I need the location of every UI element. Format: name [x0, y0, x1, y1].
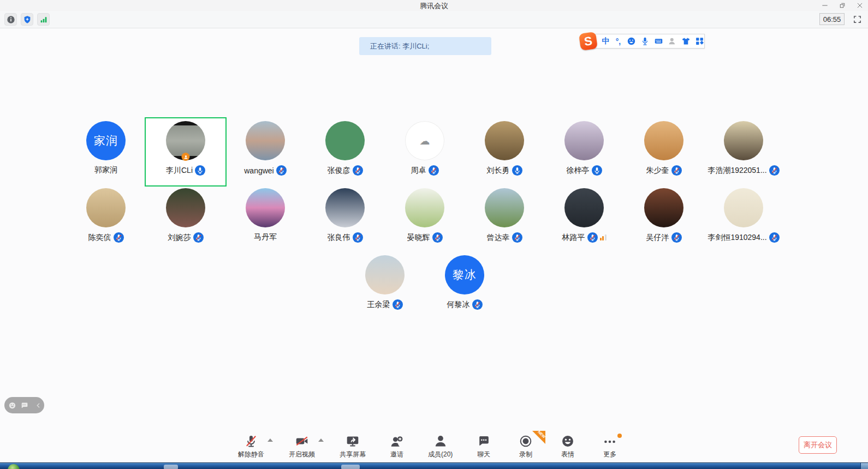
toolbar-button-label: 录制 [519, 450, 532, 459]
show-desktop-button[interactable] [860, 463, 868, 469]
notification-dot [617, 434, 622, 438]
mic-status-icon [512, 165, 522, 176]
toolbar-button-share[interactable]: 共享屏幕 [337, 432, 368, 459]
ime-emoji-icon[interactable] [627, 36, 636, 47]
participant-name: 张良伟 [328, 233, 350, 243]
quick-chat-icon[interactable] [20, 401, 28, 410]
participant-avatar [86, 188, 126, 227]
toolbar-button-label: 聊天 [477, 450, 490, 459]
taskbar-item[interactable] [164, 465, 178, 469]
mic-status-icon [114, 232, 124, 243]
mic-status-icon [769, 165, 780, 176]
participant-avatar [644, 188, 683, 227]
screen-share-icon [346, 434, 360, 449]
participant-tile-徐梓亭[interactable]: 徐梓亭 [544, 118, 624, 185]
more-icon [603, 434, 617, 449]
participant-tile-曾达幸[interactable]: 曾达幸 [465, 185, 544, 252]
participant-tile-何黎冰[interactable]: 黎冰 何黎冰 [425, 252, 504, 320]
participant-tile-李剑恒1910294...[interactable]: 李剑恒1910294... [704, 185, 783, 252]
participant-avatar: 黎冰 [445, 255, 484, 294]
speaking-banner: 正在讲话: 李川CLi; [359, 37, 491, 55]
close-button[interactable] [855, 1, 865, 10]
participant-avatar [325, 121, 365, 160]
collapse-chevron-icon[interactable] [34, 401, 43, 410]
meeting-info-icon[interactable] [4, 13, 17, 26]
meeting-timer: 06:55 [819, 13, 845, 25]
participant-name: 朱少奎 [646, 166, 669, 176]
meeting-toolbar: 解除静音 开启视频 共享屏幕 邀请 成员(20) [236, 432, 623, 459]
maximize-button[interactable] [837, 1, 847, 10]
participant-name: 徐梓亭 [567, 166, 590, 176]
participant-tile-刘长勇[interactable]: 刘长勇 [465, 118, 544, 185]
mic-status-icon [276, 165, 287, 176]
mic-status-icon [195, 165, 205, 176]
network-signal-icon [600, 234, 607, 240]
security-shield-icon[interactable] [21, 13, 33, 26]
mic-status-icon [472, 299, 483, 310]
camera-muted-icon [295, 434, 309, 449]
caret-up-icon[interactable] [318, 438, 324, 442]
toolbar-button-unmute[interactable]: 解除静音 [236, 432, 266, 459]
invite-icon [390, 434, 404, 449]
participant-name: 曾达幸 [487, 233, 510, 243]
participant-tile-周卓[interactable]: ☁ 周卓 [385, 118, 465, 185]
ime-voice-input-icon[interactable] [640, 36, 650, 47]
toolbar-button-record[interactable]: 录制 NEW [513, 432, 539, 459]
ime-account-icon[interactable] [668, 36, 677, 47]
participant-tile-马丹军[interactable]: 马丹军 [225, 185, 305, 252]
participant-avatar [246, 188, 285, 227]
toolbar-button-video[interactable]: 开启视频 [287, 432, 317, 459]
toolbar-button-invite[interactable]: 邀请 [384, 432, 410, 459]
participant-avatar [564, 121, 604, 160]
participant-avatar [724, 188, 763, 227]
toolbar-button-label: 邀请 [390, 450, 403, 459]
toolbar-button-emoji[interactable]: 表情 [555, 432, 581, 459]
fullscreen-icon[interactable] [852, 14, 863, 25]
participant-avatar [166, 121, 205, 160]
toolbar-button-members[interactable]: 成员(20) [426, 432, 455, 459]
start-button[interactable] [8, 464, 20, 469]
mic-muted-icon [244, 434, 258, 449]
participant-name: 周卓 [411, 166, 426, 176]
title-bar: 腾讯会议 [0, 0, 868, 11]
participant-tile-wangwei[interactable]: wangwei [225, 118, 305, 185]
network-quality-icon[interactable] [37, 13, 50, 26]
participant-tile-王余梁[interactable]: 王余梁 [345, 252, 425, 320]
toolbar-button-chat[interactable]: 聊天 [471, 432, 497, 459]
ime-keyboard-icon[interactable] [654, 36, 663, 47]
sogou-logo-icon[interactable]: S [579, 32, 598, 51]
participant-tile-李川CLi[interactable]: 李川CLi [146, 118, 225, 185]
participant-tile-李浩潮1922051...[interactable]: 李浩潮1922051... [704, 118, 783, 185]
participant-tile-朱少奎[interactable]: 朱少奎 [624, 118, 704, 185]
participant-tile-晏晓辉[interactable]: 晏晓辉 [385, 185, 465, 252]
participant-tile-刘婉莎[interactable]: 刘婉莎 [146, 185, 225, 252]
participant-tile-林路平[interactable]: 林路平 [544, 185, 624, 252]
participant-avatar [644, 121, 683, 160]
toolbar-button-more[interactable]: 更多 [597, 432, 623, 459]
minimize-button[interactable] [820, 1, 830, 10]
ime-punctuation-icon[interactable]: °, [614, 36, 622, 47]
participant-name: 晏晓辉 [407, 233, 430, 243]
mic-status-icon [193, 232, 204, 243]
caret-up-icon[interactable] [267, 438, 273, 442]
ime-skin-icon[interactable] [681, 36, 691, 47]
ime-toolbox-icon[interactable] [695, 36, 704, 47]
participant-tile-郭家润[interactable]: 家润 郭家润 [66, 118, 146, 185]
avatar-initials: 黎冰 [453, 267, 477, 282]
toolbar-button-label: 更多 [603, 450, 616, 459]
participant-name: 李剑恒1910294... [708, 233, 766, 243]
participant-tile-陈奕傧[interactable]: 陈奕傧 [66, 185, 146, 252]
participant-avatar [485, 188, 524, 227]
chat-icon [477, 434, 491, 449]
leave-meeting-button[interactable]: 离开会议 [799, 436, 837, 454]
avatar-initials: 家润 [94, 133, 118, 148]
ime-language-mode-icon[interactable]: 中 [602, 36, 610, 47]
participant-tile-张俊彦[interactable]: 张俊彦 [305, 118, 385, 185]
participant-tile-张良伟[interactable]: 张良伟 [305, 185, 385, 252]
participant-name: 何黎冰 [447, 300, 470, 310]
quick-emoji-icon[interactable] [8, 401, 16, 410]
participant-avatar [166, 188, 205, 227]
participant-tile-吴仔洋[interactable]: 吴仔洋 [624, 185, 704, 252]
host-badge-icon [182, 153, 190, 161]
taskbar-item[interactable] [341, 465, 360, 469]
